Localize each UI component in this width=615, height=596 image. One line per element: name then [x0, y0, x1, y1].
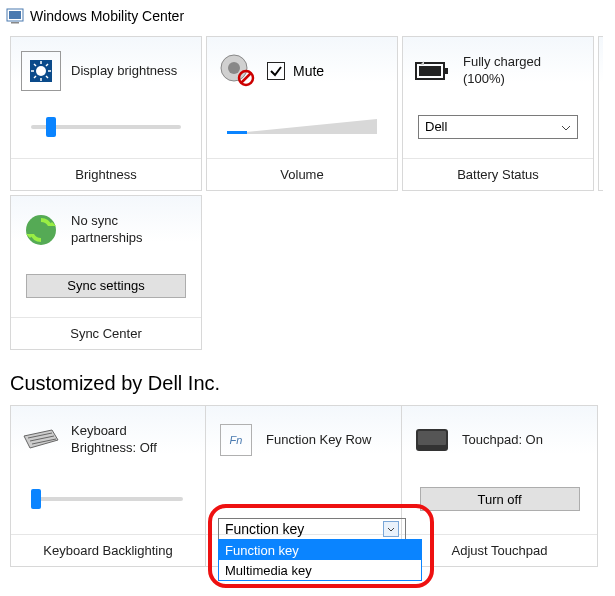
sync-icon	[21, 210, 61, 250]
custom-section-title: Customized by Dell Inc.	[0, 350, 615, 405]
svg-rect-19	[444, 68, 448, 74]
sync-label: No sync partnerships	[71, 213, 191, 247]
brightness-label: Display brightness	[71, 63, 177, 80]
fn-row-label: Function Key Row	[266, 432, 372, 449]
fn-option-function[interactable]: Function key	[219, 540, 421, 560]
keyboard-brightness-slider[interactable]	[33, 497, 183, 501]
battery-status-text: Fully charged (100%)	[463, 54, 583, 88]
svg-point-14	[228, 62, 240, 74]
keyboard-icon	[21, 420, 61, 460]
brightness-icon	[21, 51, 61, 91]
battery-footer: Battery Status	[403, 158, 593, 190]
checkbox-icon	[267, 62, 285, 80]
svg-rect-20	[419, 66, 441, 76]
svg-rect-1	[9, 11, 21, 19]
fn-row-selected: Function key	[225, 521, 304, 537]
svg-rect-2	[11, 22, 19, 24]
brightness-footer: Brightness	[11, 158, 201, 190]
svg-point-4	[36, 66, 46, 76]
keyboard-label: Keyboard Brightness: Off	[71, 423, 195, 457]
speaker-icon	[217, 51, 257, 91]
power-plan-combo[interactable]: Dell	[418, 115, 578, 139]
brightness-slider[interactable]	[31, 125, 181, 129]
fn-option-multimedia[interactable]: Multimedia key	[219, 560, 421, 580]
touchpad-label: Touchpad: On	[462, 432, 543, 449]
app-icon	[6, 8, 24, 24]
tile-keyboard-backlight: Keyboard Brightness: Off Keyboard Backli…	[10, 405, 206, 567]
tile-touchpad: Touchpad: On Turn off Adjust Touchpad	[402, 405, 598, 567]
chevron-down-icon	[561, 119, 571, 134]
svg-rect-29	[418, 431, 446, 445]
fn-key-icon: Fn	[216, 420, 256, 460]
sync-settings-button[interactable]: Sync settings	[26, 274, 186, 298]
battery-icon	[413, 51, 453, 91]
tile-cutoff	[598, 36, 603, 191]
touchpad-icon	[412, 420, 452, 460]
svg-marker-17	[227, 119, 377, 134]
touchpad-footer: Adjust Touchpad	[402, 534, 597, 566]
mute-checkbox[interactable]: Mute	[267, 62, 324, 80]
tile-brightness: Display brightness Brightness	[10, 36, 202, 191]
chevron-down-icon	[383, 521, 399, 537]
mute-label: Mute	[293, 63, 324, 79]
titlebar: Windows Mobility Center	[0, 0, 615, 32]
tile-battery: Fully charged (100%) Dell Battery Status	[402, 36, 594, 191]
power-plan-selected: Dell	[425, 119, 447, 134]
sync-footer: Sync Center	[11, 317, 201, 349]
tile-volume: Mute Volume	[206, 36, 398, 191]
window-title: Windows Mobility Center	[30, 8, 184, 24]
volume-footer: Volume	[207, 158, 397, 190]
touchpad-turnoff-button[interactable]: Turn off	[420, 487, 580, 511]
keyboard-footer: Keyboard Backlighting	[11, 534, 205, 566]
fn-row-dropdown[interactable]: Function key Function key Multimedia key	[218, 518, 422, 581]
tile-sync: No sync partnerships Sync settings Sync …	[10, 195, 202, 350]
tiles-grid: Display brightness Brightness Mute Vol	[0, 32, 615, 350]
volume-slider[interactable]	[227, 119, 377, 134]
